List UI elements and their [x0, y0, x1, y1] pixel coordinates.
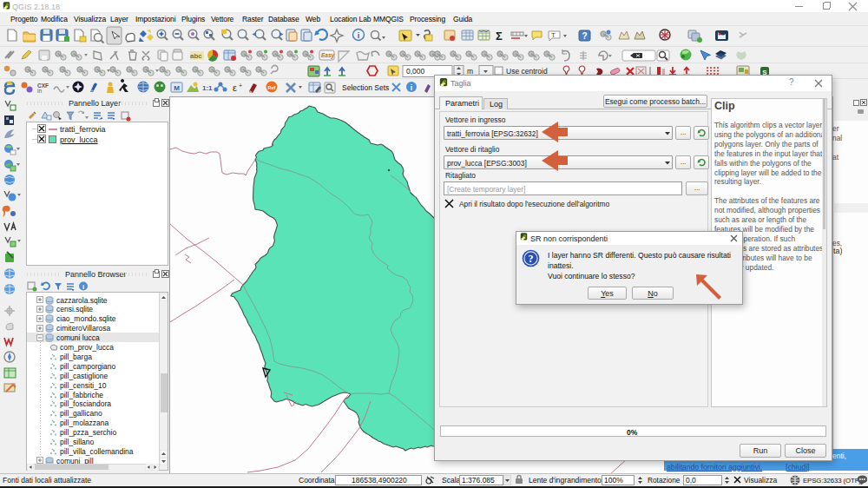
- svg-text:ε: ε: [233, 82, 237, 93]
- svg-text:?: ?: [582, 31, 587, 41]
- svg-text:T: T: [551, 31, 556, 39]
- svg-text:1:1: 1:1: [202, 84, 213, 92]
- svg-text:Ref: Ref: [268, 85, 276, 90]
- svg-text:+: +: [239, 82, 242, 89]
- svg-text:i: i: [411, 83, 412, 92]
- svg-text:i: i: [358, 31, 360, 40]
- svg-text:Σ: Σ: [496, 30, 503, 43]
- svg-text:M: M: [174, 84, 180, 92]
- svg-text:Easy: Easy: [321, 52, 335, 59]
- svg-text:0,000: 0,000: [406, 67, 425, 76]
- svg-text:?: ?: [529, 253, 534, 265]
- svg-text:Selection Sets: Selection Sets: [342, 83, 389, 92]
- svg-text:i: i: [82, 283, 84, 291]
- svg-text:in: in: [37, 88, 42, 94]
